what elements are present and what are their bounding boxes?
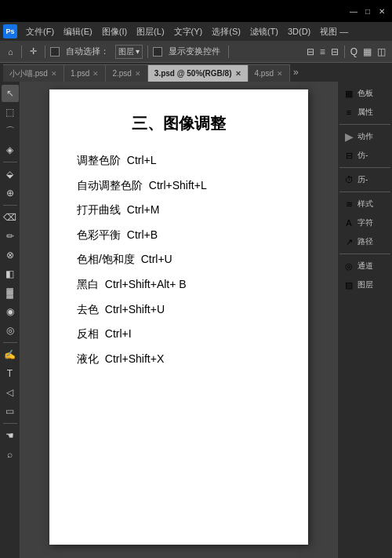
grid-icon[interactable]: ▦ [361,46,373,58]
tab-4psd[interactable]: 4.psd ✕ [249,64,290,82]
left-tools-panel: ↖ ⬚ ⌒ ◈ ⬙ ⊕ ⌫ ✏ ⊗ ◧ ▓ ◉ ◎ ✍ T ◁ ▭ ☚ ⌕ [0,82,20,558]
ps-app-icon: Ps [3,24,17,38]
layer-dropdown[interactable]: 图层 ▾ [115,45,143,59]
toolbar-divider-5 [344,46,345,58]
shape-icon[interactable]: ▭ [2,403,19,420]
auto-select-label: 自动选择： [63,44,112,59]
panel-styles[interactable]: ≋ 样式 [339,195,390,213]
panel-channels[interactable]: ◎ 通道 [339,257,390,275]
panel-history[interactable]: ⏱ 历- [339,171,390,188]
tab-close-4[interactable]: ✕ [277,70,283,78]
crop-tool-icon[interactable]: ⬙ [2,166,19,183]
menu-image[interactable]: 图像(I) [98,24,131,39]
menu-filter[interactable]: 滤镜(T) [246,24,282,39]
panel-properties[interactable]: ≡ 属性 [339,104,390,121]
panel-color-swatches[interactable]: ▦ 色板 [339,85,390,102]
move-tool-icon[interactable]: ↖ [2,85,19,102]
panel-character[interactable]: A 字符 [339,214,390,232]
quick-select-icon[interactable]: ◈ [2,141,19,159]
blur-icon[interactable]: ◉ [2,303,19,320]
panel-paths[interactable]: ↗ 路径 [339,233,390,250]
menu-file[interactable]: 文件(F) [22,24,58,39]
toolbar-divider-1 [21,46,22,58]
tab-close-1[interactable]: ✕ [93,70,99,78]
panel-separator-4 [339,253,390,254]
tab-bar: 小小喵.psd ✕ 1.psd ✕ 2.psd ✕ 3.psd @ 50%(RG… [0,63,392,82]
panel-icon[interactable]: ◫ [376,46,387,58]
shortcut-1: 自动调整色阶 Ctrl+Shift+L [77,178,281,194]
tab-2psd[interactable]: 2.psd ✕ [106,64,147,82]
toolbar-divider-4 [228,46,229,58]
shortcut-7: 反相 Ctrl+I [77,326,281,342]
section-title: 三、图像调整 [77,113,281,134]
properties-icon: ≡ [343,106,355,119]
toolbar-divider-3 [147,46,148,58]
shortcut-6: 去色 Ctrl+Shift+U [77,302,281,318]
home-icon[interactable]: ⌂ [5,46,16,58]
tab-1psd[interactable]: 1.psd ✕ [64,64,106,82]
pen-icon[interactable]: ✍ [2,346,19,363]
tab-close-2[interactable]: ✕ [135,70,141,78]
align-right-icon[interactable]: ⊟ [329,46,340,58]
hand-icon[interactable]: ☚ [2,427,19,444]
tool-separator-3 [3,342,17,343]
maximize-button[interactable]: □ [362,5,373,16]
shortcut-3: 色彩平衡 Ctrl+B [77,228,281,243]
menu-view[interactable]: 视图 — [316,24,352,39]
menu-3d[interactable]: 3D(D) [284,25,314,38]
tab-close-3[interactable]: ✕ [235,70,241,78]
tab-more-button[interactable]: » [290,67,302,78]
healing-icon[interactable]: ⌫ [2,209,19,226]
lasso-tool-icon[interactable]: ⌒ [2,122,19,140]
transform-label: 显示变换控件 [165,44,223,59]
shortcut-4: 色相/饱和度 Ctrl+U [77,252,281,268]
menu-layer[interactable]: 图层(L) [132,24,168,39]
window-controls: — □ ✕ [348,5,387,16]
gradient-icon[interactable]: ▓ [2,284,19,301]
close-button[interactable]: ✕ [376,5,387,16]
type-icon[interactable]: T [2,365,19,382]
path-select-icon[interactable]: ◁ [2,384,19,401]
history-icon: ⏱ [343,173,355,186]
menu-type[interactable]: 文字(Y) [170,24,207,39]
align-left-icon[interactable]: ⊟ [305,46,316,58]
dodge-icon[interactable]: ◎ [2,322,19,339]
tool-separator-1 [3,162,17,162]
styles-icon: ≋ [343,198,355,210]
tab-xiaoxiaomiao[interactable]: 小小喵.psd ✕ [3,64,64,82]
eyedropper-icon[interactable]: ⊕ [2,184,19,202]
color-swatches-icon: ▦ [343,87,355,100]
align-center-icon[interactable]: ≡ [318,46,327,58]
move-tool-btn[interactable]: ✛ [27,45,40,58]
menu-edit[interactable]: 编辑(E) [60,24,96,39]
channels-icon: ◎ [343,260,355,272]
panel-actions[interactable]: ▶ 动作 [339,128,390,145]
zoom-icon[interactable]: ⌕ [2,446,19,463]
panel-sim[interactable]: ⊟ 仿- [339,147,390,164]
toolbar-right-icons: ⊟ ≡ ⊟ Q ▦ ◫ [305,46,387,58]
menu-bar: Ps 文件(F) 编辑(E) 图像(I) 图层(L) 文字(Y) 选择(S) 滤… [0,22,392,41]
panel-layers[interactable]: ▨ 图层 [339,276,390,294]
shortcut-0: 调整色阶 Ctrl+L [77,153,281,169]
eraser-icon[interactable]: ◧ [2,265,19,283]
search-icon[interactable]: Q [349,46,359,58]
document-canvas: 三、图像调整 调整色阶 Ctrl+L 自动调整色阶 Ctrl+Shift+L 打… [49,89,308,545]
toolbar: ⌂ ✛ 自动选择： 图层 ▾ 显示变换控件 ⊟ ≡ ⊟ Q ▦ ◫ [0,41,392,63]
menu-select[interactable]: 选择(S) [208,24,245,39]
shortcut-5: 黑白 Ctrl+Shift+Alt+ B [77,277,281,293]
clone-icon[interactable]: ⊗ [2,246,19,264]
top-bar: — □ ✕ [0,0,392,22]
brush-icon[interactable]: ✏ [2,228,19,245]
shortcut-2: 打开曲线 Ctrl+M [77,202,281,218]
transform-checkbox[interactable] [153,47,162,57]
auto-select-checkbox[interactable] [50,47,60,57]
right-panel: ▦ 色板 ≡ 属性 ▶ 动作 ⊟ 仿- ⏱ 历- ≋ 样式 A 字符 [337,82,392,558]
tab-close-0[interactable]: ✕ [51,70,57,78]
tab-3psd[interactable]: 3.psd @ 50%(RGB/8) ✕ [148,64,249,82]
minimize-button[interactable]: — [348,5,359,16]
sim-icon: ⊟ [343,149,355,162]
layers-icon: ▨ [343,279,355,291]
paths-icon: ↗ [343,235,355,248]
panel-separator-2 [339,167,390,168]
marquee-tool-icon[interactable]: ⬚ [2,104,19,121]
